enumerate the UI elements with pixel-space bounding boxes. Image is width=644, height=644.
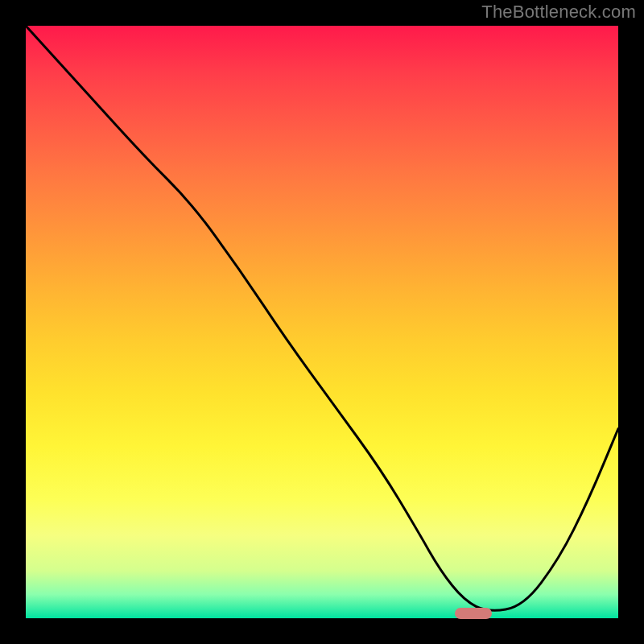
optimal-marker: [455, 608, 492, 619]
curve-svg: [26, 26, 618, 618]
chart-frame: TheBottleneck.com: [0, 0, 644, 644]
watermark-text: TheBottleneck.com: [481, 2, 636, 23]
plot-area: [26, 26, 618, 618]
bottleneck-curve-path: [26, 26, 618, 610]
